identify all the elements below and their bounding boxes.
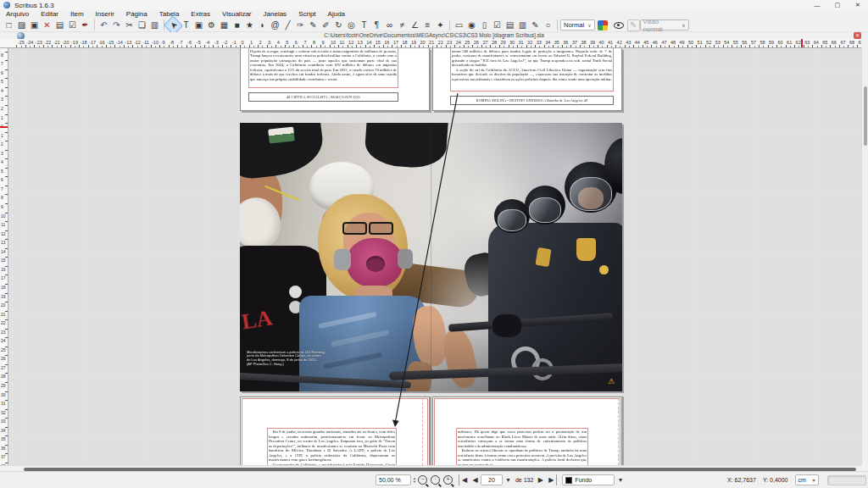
menu-item[interactable]: Item (64, 10, 90, 19)
link-text-frames-icon[interactable]: ∞ (383, 19, 396, 31)
preflight-verifier-icon[interactable]: ☑ (66, 19, 79, 31)
horizontal-scrollbar-thumb[interactable] (24, 468, 856, 471)
edit-contents-icon[interactable]: T (358, 19, 370, 31)
pdf-link-annotation-icon[interactable]: ○ (542, 19, 554, 31)
insert-image-frame-icon[interactable]: ▣ (192, 19, 205, 31)
preview-mode-icon[interactable] (614, 22, 624, 29)
pdf-list-box-icon[interactable]: ▥ (516, 19, 529, 31)
next-page-button[interactable]: ▶ (535, 474, 546, 485)
restore-button[interactable]: ▢ (827, 0, 848, 10)
insert-table-icon[interactable]: ▦ (218, 19, 231, 31)
redo-icon[interactable]: ↷ (110, 19, 123, 31)
pdf-push-button-icon[interactable]: ▭ (453, 19, 465, 31)
document-close-icon[interactable]: ✕ (854, 32, 861, 39)
layer-dropdown-icon[interactable]: ▾ (615, 474, 626, 485)
insert-freehand-icon[interactable]: ✎ (307, 19, 320, 31)
undo-icon[interactable]: ↶ (97, 19, 110, 31)
view-mode-dropdown[interactable]: Visão normal ∨ (640, 19, 689, 30)
menu-extras[interactable]: Extras (185, 10, 216, 19)
unit-selector[interactable]: cm ▾ (795, 474, 819, 485)
unlink-text-frames-icon[interactable]: ≠ (396, 19, 409, 31)
scribus-app-icon (3, 2, 10, 8)
insert-shape-icon[interactable]: ■ (231, 19, 243, 31)
visual-appearance-icon[interactable] (598, 20, 608, 30)
page-number-input[interactable]: 20 (481, 474, 503, 485)
last-page-button[interactable]: ▶ (546, 474, 557, 485)
horizontal-scrollbar[interactable] (0, 465, 861, 471)
insert-calligraphic-line-icon[interactable]: ✐ (320, 19, 332, 31)
text-frame-page48[interactable]: Depois de revogar, restringir e colocar … (248, 48, 398, 88)
menu-ajuda[interactable]: Ajuda (322, 10, 351, 19)
menu-inserir[interactable]: Inserir (90, 10, 120, 19)
select-item-icon[interactable]: ➤ (164, 16, 182, 34)
menu-janelas[interactable]: Janelas (258, 10, 293, 19)
insert-arc-icon[interactable]: ◗ (256, 19, 269, 31)
copy-item-properties-icon[interactable]: ≡ (421, 19, 434, 31)
document-canvas[interactable]: Depois de revogar, restringir e colocar … (8, 48, 861, 465)
edit-in-preview-icon[interactable]: ✎ (627, 19, 640, 31)
horizontal-ruler[interactable]: -25-24-23-22-21-20-19-18-17-16-15-14-13-… (0, 39, 861, 48)
page49-footer-frame[interactable]: ROMINA MOLINA • DESTINO ENDERES A Batalh… (450, 96, 614, 105)
vertical-scrollbar[interactable] (861, 48, 868, 465)
page-spinner-icon[interactable]: ▾ (503, 474, 514, 485)
text-frame-page53[interactable]: militares. Há quem diga que esses protes… (456, 428, 588, 465)
close-document-icon[interactable]: ✕ (41, 19, 53, 31)
story-editor-icon[interactable]: ¶ (370, 19, 383, 31)
page49-footer-text: ROMINA MOLINA • DESTINO ENDERES A Batalh… (451, 97, 613, 105)
zoom-level-input[interactable]: 50,00 % (376, 474, 411, 485)
menu-tabela[interactable]: Tabela (153, 10, 186, 19)
page-count-label: de 132 (515, 477, 533, 483)
protest-photo-frame[interactable]: LA (240, 123, 622, 391)
close-button[interactable]: ✕ (848, 0, 868, 10)
insert-render-frame-icon[interactable]: ⚙ (205, 19, 218, 31)
pdf-text-field-icon[interactable]: ▯ (478, 19, 491, 31)
respirator-cartridge (334, 249, 351, 270)
open-document-icon[interactable]: ▨ (15, 19, 28, 31)
menu-bar: ArquivoEditarItemInserirPáginaTabelaExtr… (0, 10, 868, 19)
menu-script[interactable]: Script (292, 10, 321, 19)
export-pdf-icon[interactable]: ✒ (79, 19, 92, 31)
pdf-text-annotation-icon[interactable]: ✎ (529, 19, 542, 31)
pdf-checkbox-icon[interactable]: ☑ (491, 19, 504, 31)
vertical-ruler[interactable]: 8765432101234567891011121314151617181920… (0, 48, 8, 465)
new-document-icon[interactable]: □ (3, 19, 15, 31)
zoom-out-icon[interactable]: − (418, 475, 427, 485)
layer-selector[interactable]: Fundo (562, 474, 615, 485)
pdf-radio-button-icon[interactable]: ◉ (465, 19, 478, 31)
zoom-in-icon[interactable]: + (443, 475, 453, 485)
page48-footer-frame[interactable]: 48 CRÍTICA SOCIALISTA | MARÇO/JUN 2025 (248, 92, 398, 102)
insert-bezier-icon[interactable]: ✑ (294, 19, 307, 31)
save-document-icon[interactable]: ▣ (28, 19, 41, 31)
measurements-icon[interactable]: ∠ (409, 19, 421, 31)
document-path-title: C:\Users\fcotr\OneDrive\Documentos\MEGAs… (0, 32, 868, 38)
toolbar: □▨▣✕▤☑✒↶↷✂❏▥➤T▣⚙▦■★◗@╱✑✎✐↻◎T¶∞≠∠≡✦▭◉▯☑▤▥… (0, 19, 868, 32)
zoom-tool-icon[interactable]: ◎ (345, 19, 358, 31)
menu-editar[interactable]: Editar (35, 10, 64, 19)
window-controls: — ▢ ✕ (807, 0, 868, 10)
menu-visualizar[interactable]: Visualizar (216, 10, 258, 19)
insert-polygon-icon[interactable]: ★ (243, 19, 256, 31)
text-frame-page52[interactable]: Em 8 de junho, trezentos guardas naciona… (267, 428, 397, 465)
text-frame-page49[interactable]: taram 500 milhões de dólares para fundos… (450, 48, 614, 92)
eye-dropper-icon[interactable]: ✦ (434, 19, 447, 31)
scribus-window: Scribus 1.6.3 — ▢ ✕ ArquivoEditarItemIns… (0, 0, 868, 488)
status-bar: 50,00 % ▲▼ − · + ◀ ◀ 20 ▾ de 132 ▶ ▶ Fun… (0, 471, 868, 488)
copy-icon[interactable]: ❏ (136, 19, 148, 31)
rotate-item-icon[interactable]: ↻ (332, 19, 345, 31)
insert-line-icon[interactable]: ╱ (281, 19, 294, 31)
zoom-spinner[interactable]: ▲▼ (413, 477, 416, 483)
image-quality-dropdown[interactable]: Normal ∨ (560, 19, 595, 30)
insert-spiral-icon[interactable]: @ (269, 19, 281, 31)
menu-pagina[interactable]: Página (120, 10, 153, 19)
pdf-combo-box-icon[interactable]: ▤ (504, 19, 516, 31)
vertical-scrollbar-thumb[interactable] (864, 86, 867, 146)
minimize-button[interactable]: — (807, 0, 827, 10)
paste-icon[interactable]: ▥ (148, 19, 161, 31)
zoom-100-icon[interactable]: · (431, 475, 440, 485)
previous-page-button[interactable]: ◀ (470, 474, 481, 485)
menu-arquivo[interactable]: Arquivo (0, 10, 35, 19)
print-icon[interactable]: ▤ (53, 19, 66, 31)
first-page-button[interactable]: ◀ (459, 474, 470, 485)
cut-icon[interactable]: ✂ (123, 19, 136, 31)
chevron-down-icon: ∨ (587, 22, 591, 28)
